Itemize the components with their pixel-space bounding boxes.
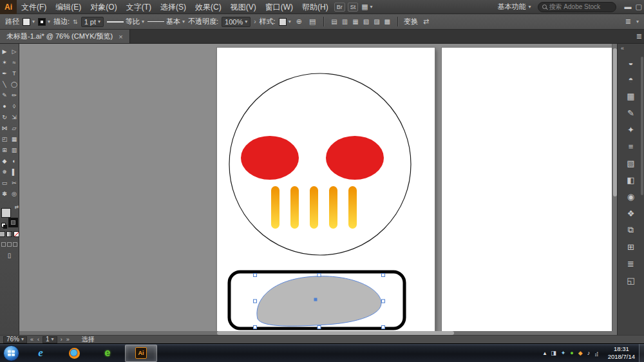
- tray-messenger-icon[interactable]: ✦: [561, 350, 566, 356]
- taskbar-clock[interactable]: 18:31 2018/7/14: [604, 345, 639, 361]
- workspace-switcher[interactable]: 基本功能 ▾: [498, 2, 531, 12]
- artboard-2[interactable]: [442, 48, 612, 331]
- mesh-tool[interactable]: ⊞: [0, 145, 9, 155]
- tab-bar-menu-icon[interactable]: ≣: [634, 33, 644, 40]
- show-desktop-button[interactable]: [639, 344, 644, 362]
- expand-panels-icon[interactable]: «: [618, 45, 624, 52]
- column-graph-tool[interactable]: ▌: [10, 167, 19, 177]
- symbol-sprayer-tool[interactable]: ✵: [0, 167, 9, 177]
- transparency-panel-icon[interactable]: ◧: [624, 174, 638, 186]
- selection-handle[interactable]: [254, 326, 257, 329]
- artboards-panel-icon[interactable]: ⊞: [624, 241, 638, 252]
- ellipse-tool[interactable]: ◯: [10, 79, 19, 90]
- tooth-bar-3[interactable]: [310, 186, 318, 229]
- selection-handle[interactable]: [317, 274, 321, 277]
- taskbar-illustrator-button[interactable]: Ai: [125, 345, 157, 362]
- restore-window-icon[interactable]: ▢: [634, 3, 644, 10]
- fill-stroke-indicator[interactable]: ⇄: [1, 207, 18, 227]
- tray-network-icon[interactable]: ⣴: [594, 350, 599, 356]
- menu-item[interactable]: 选择(S): [156, 0, 191, 14]
- draw-normal-button[interactable]: [1, 242, 6, 247]
- zoom-level-select[interactable]: 76% ▾: [3, 336, 27, 343]
- color-panel-icon[interactable]: ◒: [624, 57, 638, 68]
- arrange-documents-icon[interactable]: ▦: [359, 3, 370, 10]
- selected-blob-shape[interactable]: [257, 276, 381, 326]
- artboard-tool[interactable]: ▭: [0, 178, 9, 188]
- blob-brush-tool[interactable]: ●: [0, 101, 9, 111]
- stroke-weight-select[interactable]: 1 pt ▾: [81, 17, 104, 27]
- menu-item[interactable]: 编辑(E): [51, 0, 86, 14]
- menu-item[interactable]: 文字(T): [122, 0, 156, 14]
- graphic-styles-panel-icon[interactable]: ❖: [624, 207, 638, 219]
- stroke-indicator[interactable]: [8, 218, 18, 227]
- zoom-tool[interactable]: ◎: [10, 189, 19, 199]
- selection-tool[interactable]: ▶: [0, 46, 9, 57]
- swap-fill-stroke-icon[interactable]: ⇄: [15, 204, 19, 210]
- none-mode-button[interactable]: [14, 231, 19, 237]
- eyedropper-tool[interactable]: ◆: [0, 156, 9, 166]
- control-panel-menu-icon[interactable]: ≣: [623, 18, 633, 25]
- taskbar-firefox-button[interactable]: [58, 345, 90, 362]
- transform-icon[interactable]: ⇄: [421, 18, 431, 25]
- magic-wand-tool[interactable]: ✶: [0, 57, 9, 68]
- menu-item[interactable]: 效果(C): [191, 0, 226, 14]
- tooth-bar-4[interactable]: [329, 186, 337, 229]
- next-artboard-button[interactable]: ›: [60, 336, 63, 343]
- brushes-panel-icon[interactable]: ✎: [624, 107, 638, 119]
- color-mode-button[interactable]: [0, 231, 5, 237]
- width-profile-select[interactable]: 等比 ▾: [107, 17, 144, 26]
- shape-builder-tool[interactable]: ◰: [0, 134, 9, 144]
- tray-volume-icon[interactable]: ♪: [587, 350, 591, 356]
- artboard-number-select[interactable]: 1 ▾: [43, 336, 57, 343]
- bridge-button[interactable]: Br: [334, 3, 345, 12]
- align-panel-icon[interactable]: ≣: [624, 258, 638, 269]
- right-eye-ellipse[interactable]: [326, 136, 384, 180]
- free-transform-tool[interactable]: ▱: [10, 123, 19, 133]
- search-input[interactable]: [549, 3, 612, 10]
- lasso-tool[interactable]: ≈: [10, 57, 19, 68]
- selection-handle[interactable]: [382, 274, 385, 277]
- prev-artboard-button[interactable]: ‹: [37, 336, 40, 343]
- perspective-grid-tool[interactable]: ▦: [10, 134, 19, 144]
- tab-close-icon[interactable]: ×: [118, 33, 122, 41]
- draw-inside-button[interactable]: [13, 242, 17, 247]
- tooth-bar-5[interactable]: [348, 186, 357, 229]
- fill-color-select[interactable]: ▾: [23, 18, 35, 26]
- screen-mode-button[interactable]: ▯: [8, 252, 12, 259]
- blend-tool[interactable]: ◐: [10, 156, 19, 166]
- align-icon[interactable]: ▦: [351, 19, 359, 25]
- document-tab[interactable]: 未标题-1.ai* @ 76% (CMYK/预览) ×: [0, 30, 130, 43]
- fill-indicator[interactable]: [1, 208, 11, 218]
- menu-item[interactable]: 帮助(H): [298, 0, 333, 14]
- color-guide-panel-icon[interactable]: ◓: [624, 73, 638, 85]
- opacity-more-icon[interactable]: ›: [254, 18, 256, 25]
- align-icon[interactable]: ▤: [330, 19, 338, 25]
- align-icon[interactable]: ▧: [362, 19, 370, 25]
- draw-behind-button[interactable]: [7, 242, 12, 247]
- menu-item[interactable]: 对象(O): [86, 0, 121, 14]
- scale-tool[interactable]: ⇲: [10, 112, 19, 122]
- selection-handle[interactable]: [254, 274, 257, 277]
- menu-item[interactable]: 文件(F): [17, 0, 51, 14]
- gradient-panel-icon[interactable]: ▧: [624, 157, 638, 169]
- tooth-bar-1[interactable]: [271, 186, 279, 229]
- tray-display-icon[interactable]: ◨: [551, 350, 556, 356]
- tray-show-hidden-icon[interactable]: ▴: [544, 350, 547, 356]
- left-eye-ellipse[interactable]: [241, 136, 299, 180]
- slice-tool[interactable]: ✂: [10, 178, 19, 188]
- pathfinder-panel-icon[interactable]: ◱: [624, 274, 638, 286]
- tooth-bar-2[interactable]: [290, 186, 299, 229]
- pen-tool[interactable]: ✒: [0, 68, 9, 79]
- teeth-group[interactable]: [271, 186, 357, 229]
- swatches-panel-icon[interactable]: ▦: [624, 90, 638, 102]
- eraser-tool[interactable]: ◊: [10, 101, 19, 111]
- gradient-mode-button[interactable]: [6, 231, 12, 237]
- stroke-panel-icon[interactable]: ≡: [624, 140, 638, 152]
- document-setup-icon[interactable]: ▤: [307, 18, 317, 25]
- default-fill-stroke-icon[interactable]: [1, 223, 6, 227]
- line-segment-tool[interactable]: ╲: [0, 79, 9, 90]
- align-icon[interactable]: ▩: [383, 19, 392, 25]
- selection-handle[interactable]: [382, 326, 385, 329]
- globe-icon[interactable]: ⊕: [294, 18, 304, 25]
- stock-button[interactable]: St: [348, 3, 359, 12]
